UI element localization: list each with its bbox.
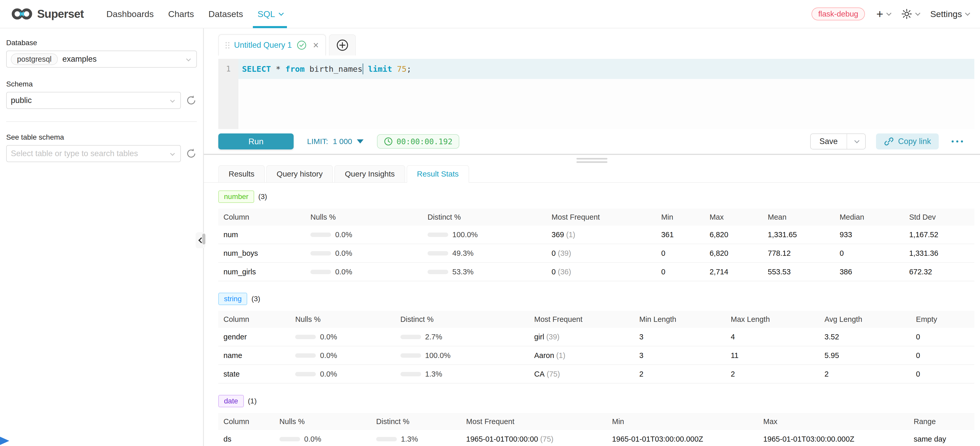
database-select[interactable]: postgresql examples [6, 51, 197, 68]
query-tab[interactable]: Untitled Query 1 × [218, 34, 326, 56]
column-count: (3) [251, 295, 260, 303]
limit-dropdown[interactable]: LIMIT: 1 000 [307, 137, 364, 146]
stat-value-cell: 11 [725, 351, 819, 360]
clock-icon [384, 137, 393, 146]
nulls-cell: 0.0% [305, 249, 422, 258]
distinct-cell: 1.3% [395, 370, 529, 378]
table-row: name0.0%100.0%Aaron(1)3115.950 [218, 346, 974, 365]
distinct-bar [401, 335, 421, 339]
nulls-bar-wrap: 0.0% [295, 351, 337, 360]
table-select[interactable]: Select table or type to search tables [6, 145, 181, 162]
limit-value: 1 000 [333, 137, 352, 146]
column-count: (3) [258, 193, 267, 201]
nulls-bar [310, 270, 331, 274]
stats-section-date: date(1)ColumnNulls %Distinct %Most Frequ… [218, 395, 974, 446]
column-header: Nulls % [290, 315, 395, 324]
nav-item-dashboards[interactable]: Dashboards [99, 0, 161, 28]
schema-select[interactable]: public [6, 92, 181, 109]
editor-gutter: 1 [218, 59, 239, 129]
table-row: num_boys0.0%49.3%0(39)06,820778.1201,331… [218, 244, 974, 263]
nav-item-sql[interactable]: SQL [250, 0, 290, 28]
plus-circle-icon [336, 39, 348, 51]
sql-code-line: SELECT * from birth_names limit 75; [239, 59, 974, 79]
most-frequent-cell: 369(1) [547, 231, 656, 239]
tab-query-history[interactable]: Query history [266, 165, 333, 182]
distinct-cell: 100.0% [395, 351, 529, 360]
column-header: Distinct % [371, 417, 461, 426]
add-tab-button[interactable] [329, 34, 356, 56]
nav-item-charts[interactable]: Charts [161, 0, 201, 28]
stat-value-cell: 0 [911, 370, 974, 378]
most-frequent-cell: CA(75) [529, 370, 634, 378]
chevron-down-icon [886, 11, 891, 16]
nulls-percent: 0.0% [335, 268, 352, 276]
nulls-percent: 0.0% [335, 249, 352, 258]
refresh-icon[interactable] [186, 95, 197, 106]
close-tab-icon[interactable]: × [313, 40, 319, 50]
tab-result-stats[interactable]: Result Stats [407, 165, 469, 182]
frequent-value: 369 [552, 231, 564, 239]
navbar: Superset DashboardsChartsDatasetsSQL fla… [0, 0, 980, 29]
distinct-cell: 53.3% [422, 268, 547, 276]
stat-value-cell: 0 [834, 249, 904, 258]
settings-menu[interactable]: Settings [930, 9, 969, 19]
limit-label: LIMIT: [307, 137, 328, 146]
chevron-down-icon [854, 138, 859, 143]
nulls-bar-wrap: 0.0% [295, 370, 337, 378]
distinct-percent: 100.0% [425, 351, 450, 360]
code-token [280, 64, 285, 73]
vertical-scrollbar[interactable] [202, 234, 205, 244]
column-name-cell: state [218, 370, 290, 378]
pane-resize-handle[interactable] [204, 155, 980, 166]
column-name-cell: ds [218, 435, 274, 443]
table-select-placeholder: Select table or type to search tables [11, 149, 138, 158]
frequent-count: (75) [547, 370, 560, 378]
distinct-bar-wrap: 100.0% [401, 351, 450, 360]
distinct-cell: 2.7% [395, 333, 529, 341]
column-header: Median [834, 213, 904, 221]
table-row: num0.0%100.0%369(1)3616,8201,331.659331,… [218, 226, 974, 244]
stat-value-cell: 2,714 [705, 268, 763, 276]
column-header: Most Frequent [547, 213, 656, 221]
distinct-bar-wrap: 1.3% [401, 370, 442, 378]
tab-results[interactable]: Results [218, 165, 265, 182]
distinct-bar [376, 437, 397, 441]
main-nav: DashboardsChartsDatasetsSQL [99, 0, 290, 28]
stats-table: ColumnNulls %Distinct %Most FrequentMinM… [218, 209, 974, 281]
superset-logo-icon [11, 7, 32, 21]
distinct-bar [428, 251, 448, 255]
column-name-cell: num_girls [218, 268, 305, 276]
stats-table: ColumnNulls %Distinct %Most FrequentMin … [218, 311, 974, 384]
column-name-cell: name [218, 351, 290, 360]
more-options-button[interactable] [949, 138, 966, 145]
sql-editor[interactable]: 1 SELECT * from birth_names limit 75; [218, 59, 974, 129]
most-frequent-cell: 0(36) [547, 268, 656, 276]
result-stats-panel: number(3)ColumnNulls %Distinct %Most Fre… [204, 183, 980, 446]
save-button[interactable]: Save [811, 134, 846, 149]
app-body: Database postgresql examples Schema publ… [0, 29, 980, 446]
nulls-percent: 0.0% [304, 435, 321, 443]
save-options-button[interactable] [846, 134, 865, 149]
type-badge-date: date [218, 395, 244, 407]
nav-item-label: Dashboards [106, 9, 154, 19]
distinct-percent: 53.3% [452, 268, 474, 276]
stat-value-cell: 1965-01-01T03:00:00.000Z [758, 435, 908, 443]
superset-logo[interactable]: Superset [11, 7, 84, 21]
column-header: Column [218, 213, 305, 221]
run-query-button[interactable]: Run [218, 134, 294, 150]
stat-value-cell: 553.53 [763, 268, 834, 276]
stat-value-cell: 0 [911, 351, 974, 360]
code-token [305, 64, 310, 73]
table-header-row: ColumnNulls %Distinct %Most FrequentMinM… [218, 413, 974, 430]
refresh-icon[interactable] [186, 148, 197, 159]
copy-link-button[interactable]: Copy link [876, 134, 939, 150]
column-header: Most Frequent [529, 315, 634, 324]
new-menu-button[interactable]: + [876, 8, 890, 20]
theme-menu-button[interactable] [901, 8, 919, 19]
chevron-down-icon [186, 57, 191, 61]
nav-item-datasets[interactable]: Datasets [201, 0, 250, 28]
frequent-value: 0 [552, 268, 556, 276]
tab-query-insights[interactable]: Query Insights [334, 165, 405, 182]
frequent-value: CA [534, 370, 544, 378]
settings-label: Settings [930, 9, 962, 19]
